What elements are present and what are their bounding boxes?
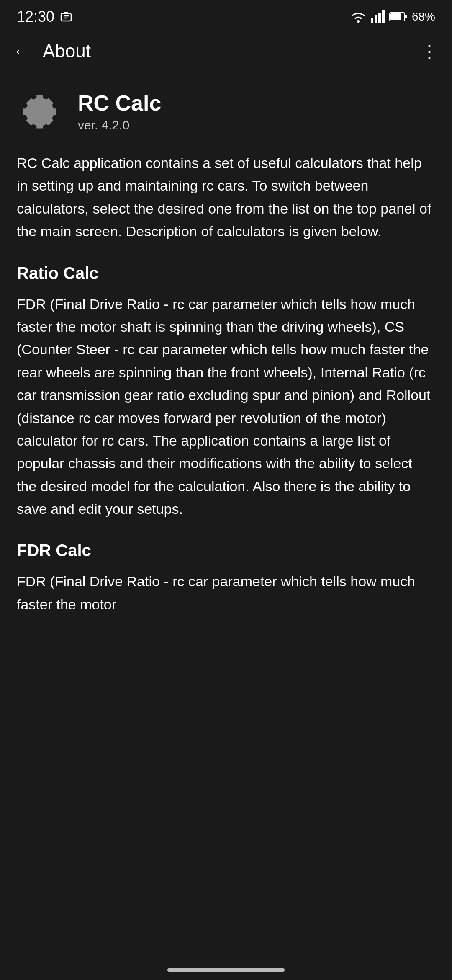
fdr-calc-body: FDR (Final Drive Ratio - rc car paramete… xyxy=(17,570,435,616)
battery-icon xyxy=(389,11,408,22)
svg-rect-8 xyxy=(382,10,385,23)
svg-rect-5 xyxy=(371,18,373,23)
svg-rect-0 xyxy=(61,13,71,21)
app-info-section: RC Calc ver. 4.2.0 xyxy=(17,89,435,135)
status-time-group: 12:30 xyxy=(17,8,73,26)
svg-rect-1 xyxy=(64,12,68,14)
app-bar: ← About ⋮ xyxy=(0,30,452,72)
app-name: RC Calc xyxy=(78,91,161,115)
ratio-calc-heading: Ratio Calc xyxy=(17,264,435,283)
svg-rect-6 xyxy=(375,15,377,23)
svg-rect-10 xyxy=(405,15,407,18)
back-button[interactable]: ← xyxy=(13,41,30,61)
page-title: About xyxy=(43,41,91,62)
svg-rect-11 xyxy=(390,13,401,20)
app-description: RC Calc application contains a set of us… xyxy=(17,152,435,243)
status-icons: 68% xyxy=(350,10,435,23)
svg-rect-7 xyxy=(378,13,381,23)
status-bar: 12:30 68% xyxy=(0,0,452,30)
app-icon xyxy=(17,89,63,135)
notification-icon xyxy=(59,11,73,23)
app-bar-left: ← About xyxy=(13,41,91,62)
content-area: RC Calc ver. 4.2.0 RC Calc application c… xyxy=(0,72,452,662)
battery-percentage: 68% xyxy=(412,10,435,23)
home-indicator xyxy=(167,968,285,972)
fdr-calc-heading: FDR Calc xyxy=(17,541,435,560)
more-options-button[interactable]: ⋮ xyxy=(420,41,439,62)
app-name-version: RC Calc ver. 4.2.0 xyxy=(78,91,161,132)
ratio-calc-body: FDR (Final Drive Ratio - rc car paramete… xyxy=(17,293,435,521)
svg-point-4 xyxy=(357,20,360,23)
app-version: ver. 4.2.0 xyxy=(78,118,161,132)
wifi-icon xyxy=(350,10,367,23)
signal-icon xyxy=(371,10,385,23)
time-display: 12:30 xyxy=(17,8,54,26)
